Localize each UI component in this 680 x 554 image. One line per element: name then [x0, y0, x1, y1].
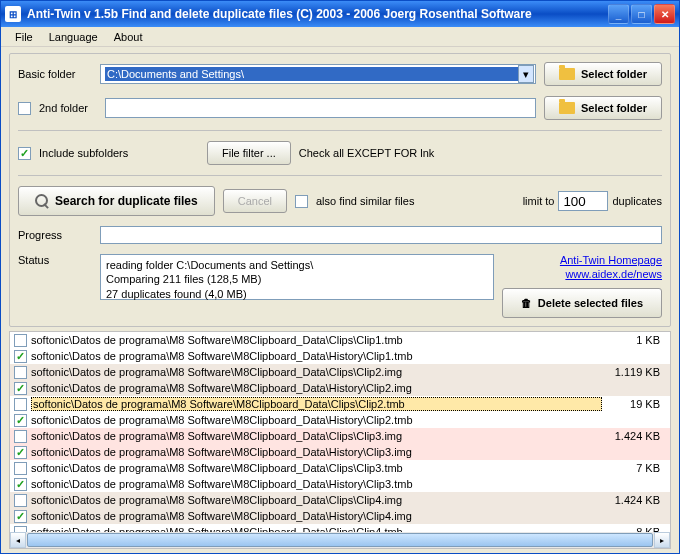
progress-label: Progress [18, 229, 92, 241]
row-path: softonic\Datos de programa\M8 Software\M… [31, 366, 602, 378]
results-list: softonic\Datos de programa\M8 Software\M… [9, 331, 671, 549]
row-checkbox[interactable] [14, 350, 27, 363]
duplicates-label: duplicates [612, 195, 662, 207]
trash-icon: 🗑 [521, 297, 532, 309]
folder-icon [559, 102, 575, 114]
second-folder-label: 2nd folder [39, 102, 97, 114]
second-folder-input[interactable] [105, 98, 536, 118]
search-button-label: Search for duplicate files [55, 194, 198, 208]
limit-to-label: limit to [523, 195, 555, 207]
search-icon [35, 194, 49, 208]
result-row[interactable]: softonic\Datos de programa\M8 Software\M… [10, 508, 670, 524]
file-filter-label: File filter ... [222, 147, 276, 159]
status-line: Comparing 211 files (128,5 MB) [106, 272, 488, 286]
homepage-link[interactable]: Anti-Twin Homepage [560, 254, 662, 266]
chevron-down-icon[interactable]: ▾ [518, 65, 534, 83]
row-checkbox[interactable] [14, 462, 27, 475]
second-folder-checkbox[interactable] [18, 102, 31, 115]
row-path: softonic\Datos de programa\M8 Software\M… [31, 430, 602, 442]
cancel-button[interactable]: Cancel [223, 189, 287, 213]
delete-selected-button[interactable]: 🗑 Delete selected files [502, 288, 662, 318]
result-row[interactable]: softonic\Datos de programa\M8 Software\M… [10, 460, 670, 476]
result-row[interactable]: softonic\Datos de programa\M8 Software\M… [10, 332, 670, 348]
row-size: 19 KB [606, 398, 666, 410]
row-checkbox[interactable] [14, 446, 27, 459]
status-line: reading folder C:\Documents and Settings… [106, 258, 488, 272]
delete-selected-label: Delete selected files [538, 297, 643, 309]
check-except-label: Check all EXCEPT FOR lnk [299, 147, 435, 159]
row-path: softonic\Datos de programa\M8 Software\M… [31, 494, 602, 506]
scroll-right-icon[interactable]: ▸ [654, 532, 670, 548]
result-row[interactable]: softonic\Datos de programa\M8 Software\M… [10, 364, 670, 380]
also-similar-label: also find similar files [316, 195, 414, 207]
row-path: softonic\Datos de programa\M8 Software\M… [31, 478, 602, 490]
row-checkbox[interactable] [14, 398, 27, 411]
row-path: softonic\Datos de programa\M8 Software\M… [31, 446, 602, 458]
row-path: softonic\Datos de programa\M8 Software\M… [31, 510, 602, 522]
row-size: 1.424 KB [606, 430, 666, 442]
status-label: Status [18, 254, 92, 266]
app-icon: ⊞ [5, 6, 21, 22]
row-checkbox[interactable] [14, 414, 27, 427]
row-checkbox[interactable] [14, 430, 27, 443]
result-row[interactable]: softonic\Datos de programa\M8 Software\M… [10, 476, 670, 492]
menu-language[interactable]: Language [41, 29, 106, 45]
maximize-button[interactable]: □ [631, 4, 652, 24]
select-folder-button-2[interactable]: Select folder [544, 96, 662, 120]
row-size: 1.424 KB [606, 494, 666, 506]
row-checkbox[interactable] [14, 334, 27, 347]
row-checkbox[interactable] [14, 510, 27, 523]
row-size: 1.119 KB [606, 366, 666, 378]
row-size: 1 KB [606, 334, 666, 346]
close-button[interactable]: ✕ [654, 4, 675, 24]
include-subfolders-checkbox[interactable] [18, 147, 31, 160]
result-row[interactable]: softonic\Datos de programa\M8 Software\M… [10, 396, 670, 412]
menubar: File Language About [1, 27, 679, 47]
result-row[interactable]: softonic\Datos de programa\M8 Software\M… [10, 412, 670, 428]
result-row[interactable]: softonic\Datos de programa\M8 Software\M… [10, 524, 670, 532]
limit-input[interactable] [558, 191, 608, 211]
result-row[interactable]: softonic\Datos de programa\M8 Software\M… [10, 428, 670, 444]
row-path: softonic\Datos de programa\M8 Software\M… [31, 350, 602, 362]
scroll-left-icon[interactable]: ◂ [10, 532, 26, 548]
progress-bar [100, 226, 662, 244]
result-row[interactable]: softonic\Datos de programa\M8 Software\M… [10, 444, 670, 460]
row-path: softonic\Datos de programa\M8 Software\M… [31, 334, 602, 346]
minimize-button[interactable]: _ [608, 4, 629, 24]
folder-icon [559, 68, 575, 80]
window-title: Anti-Twin v 1.5b Find and delete duplica… [27, 7, 608, 21]
menu-file[interactable]: File [7, 29, 41, 45]
result-row[interactable]: softonic\Datos de programa\M8 Software\M… [10, 380, 670, 396]
select-folder-button-1[interactable]: Select folder [544, 62, 662, 86]
news-link[interactable]: www.aidex.de/news [565, 268, 662, 280]
also-similar-checkbox[interactable] [295, 195, 308, 208]
basic-folder-label: Basic folder [18, 68, 92, 80]
status-box: reading folder C:\Documents and Settings… [100, 254, 494, 300]
select-folder-label: Select folder [581, 68, 647, 80]
row-path: softonic\Datos de programa\M8 Software\M… [31, 462, 602, 474]
row-checkbox[interactable] [14, 366, 27, 379]
row-size: 7 KB [606, 462, 666, 474]
row-checkbox[interactable] [14, 494, 27, 507]
file-filter-button[interactable]: File filter ... [207, 141, 291, 165]
scrollbar-horizontal[interactable]: ◂ ▸ [10, 532, 670, 548]
menu-about[interactable]: About [106, 29, 151, 45]
search-button[interactable]: Search for duplicate files [18, 186, 215, 216]
row-checkbox[interactable] [14, 382, 27, 395]
basic-folder-combo[interactable]: C:\Documents and Settings\ ▾ [100, 64, 536, 84]
row-checkbox[interactable] [14, 478, 27, 491]
titlebar[interactable]: ⊞ Anti-Twin v 1.5b Find and delete dupli… [1, 1, 679, 27]
status-line: 27 duplicates found (4,0 MB) [106, 287, 488, 301]
row-path: softonic\Datos de programa\M8 Software\M… [31, 414, 602, 426]
scroll-thumb[interactable] [27, 533, 653, 547]
result-row[interactable]: softonic\Datos de programa\M8 Software\M… [10, 348, 670, 364]
include-subfolders-label: Include subfolders [39, 147, 199, 159]
cancel-label: Cancel [238, 195, 272, 207]
basic-folder-value: C:\Documents and Settings\ [105, 67, 518, 81]
row-path: softonic\Datos de programa\M8 Software\M… [31, 397, 602, 411]
select-folder-label: Select folder [581, 102, 647, 114]
result-row[interactable]: softonic\Datos de programa\M8 Software\M… [10, 492, 670, 508]
row-path: softonic\Datos de programa\M8 Software\M… [31, 382, 602, 394]
